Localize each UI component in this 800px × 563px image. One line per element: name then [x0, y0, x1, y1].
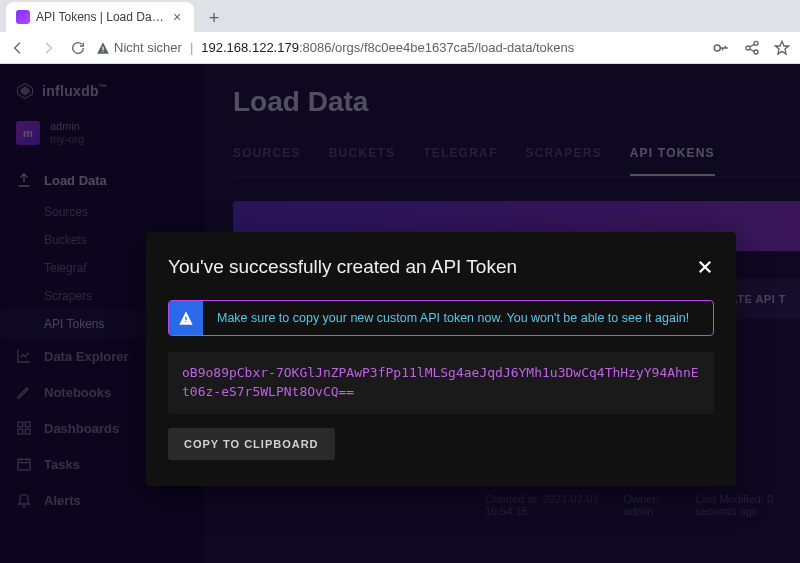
tab-title: API Tokens | Load Data | my	[36, 10, 164, 24]
favicon-icon	[16, 10, 30, 24]
insecure-icon: Nicht sicher	[96, 40, 182, 55]
forward-button	[40, 40, 56, 56]
modal-title: You've successfully created an API Token	[168, 256, 517, 278]
close-tab-icon[interactable]: ×	[170, 10, 184, 24]
new-tab-button[interactable]: +	[200, 4, 228, 32]
url-field[interactable]: Nicht sicher | 192.168.122.179:8086/orgs…	[96, 40, 702, 55]
browser-chrome: API Tokens | Load Data | my × + Nicht si…	[0, 0, 800, 64]
browser-tab[interactable]: API Tokens | Load Data | my ×	[6, 2, 194, 32]
share-icon[interactable]	[744, 40, 760, 56]
url-text: 192.168.122.179:8086/orgs/f8c0ee4be1637c…	[201, 40, 574, 55]
alert-text: Make sure to copy your new custom API to…	[203, 301, 713, 335]
api-token-modal: You've successfully created an API Token…	[146, 232, 736, 486]
star-icon[interactable]	[774, 40, 790, 56]
copy-to-clipboard-button[interactable]: COPY TO CLIPBOARD	[168, 428, 335, 460]
address-bar: Nicht sicher | 192.168.122.179:8086/orgs…	[0, 32, 800, 64]
svg-point-0	[714, 45, 720, 51]
close-icon[interactable]	[696, 258, 714, 276]
insecure-label: Nicht sicher	[114, 40, 182, 55]
alert: Make sure to copy your new custom API to…	[168, 300, 714, 336]
warning-icon	[169, 301, 203, 335]
back-button[interactable]	[10, 40, 26, 56]
key-icon[interactable]	[712, 39, 730, 57]
tab-bar: API Tokens | Load Data | my × +	[0, 0, 800, 32]
token-value[interactable]: oB9o89pCbxr-7OKGlJnZPAwP3fPp11lMLSg4aeJq…	[168, 352, 714, 414]
reload-button[interactable]	[70, 40, 86, 56]
